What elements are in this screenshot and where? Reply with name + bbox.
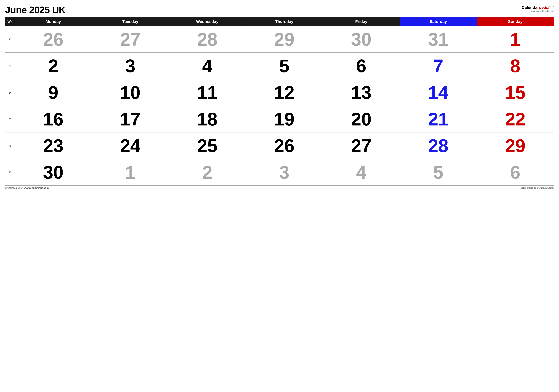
day-cell[interactable]: 11 <box>169 79 246 106</box>
day-cell[interactable]: 2 <box>169 159 246 186</box>
day-cell[interactable]: 14 <box>400 79 477 106</box>
day-number: 21 <box>401 107 476 131</box>
col-header-tuesday: Tuesday <box>92 18 169 26</box>
day-number: 25 <box>170 133 244 158</box>
day-number: 11 <box>170 80 244 105</box>
footer-disclaimer: Data provided 'as is' without warranty <box>521 187 554 189</box>
day-number: 9 <box>16 80 91 105</box>
calendar-row-week-27: 2730123456 <box>5 159 554 186</box>
day-number: 30 <box>16 160 91 185</box>
day-number: 3 <box>93 53 168 78</box>
day-cell[interactable]: 3 <box>92 53 169 79</box>
day-cell[interactable]: 27 <box>92 26 169 53</box>
footer: © Calendarpedia® www.calendarpedia.co.uk… <box>5 187 554 189</box>
day-number: 29 <box>247 27 322 52</box>
col-header-sunday: Sunday <box>477 18 554 26</box>
day-cell[interactable]: 8 <box>477 53 554 79</box>
day-cell[interactable]: 4 <box>169 53 246 79</box>
day-number: 20 <box>324 107 399 131</box>
day-number: 14 <box>401 80 476 105</box>
col-header-friday: Friday <box>323 18 400 26</box>
day-number: 2 <box>16 53 91 78</box>
col-header-monday: Monday <box>15 18 92 26</box>
calendar-row-week-23: 232345678 <box>5 53 554 79</box>
week-number-26: 26 <box>5 132 15 159</box>
day-number: 6 <box>324 53 399 78</box>
day-number: 24 <box>93 133 168 158</box>
day-cell[interactable]: 19 <box>246 106 323 132</box>
day-cell[interactable]: 6 <box>323 53 400 79</box>
day-number: 3 <box>247 160 322 185</box>
day-number: 12 <box>247 80 322 105</box>
day-number: 28 <box>401 133 476 158</box>
day-cell[interactable]: 21 <box>400 106 477 132</box>
logo-text: Calendarpediaco.uk <box>522 5 554 10</box>
day-number: 18 <box>170 107 244 131</box>
day-number: 26 <box>16 27 91 52</box>
day-cell[interactable]: 29 <box>246 26 323 53</box>
day-number: 26 <box>247 133 322 158</box>
day-cell[interactable]: 2 <box>15 53 92 79</box>
day-number: 13 <box>324 80 399 105</box>
day-number: 1 <box>93 160 168 185</box>
day-cell[interactable]: 26 <box>15 26 92 53</box>
day-number: 15 <box>478 80 553 105</box>
footer-copyright: © Calendarpedia® www.calendarpedia.co.uk <box>5 187 49 189</box>
day-number: 2 <box>170 160 244 185</box>
day-cell[interactable]: 5 <box>400 159 477 186</box>
calendar-table: Wk Monday Tuesday Wednesday Thursday Fri… <box>5 17 554 186</box>
day-cell[interactable]: 18 <box>169 106 246 132</box>
page-header: June 2025 UK Calendarpediaco.uk Your sou… <box>5 4 554 15</box>
week-number-27: 27 <box>5 159 15 186</box>
day-cell[interactable]: 20 <box>323 106 400 132</box>
day-cell[interactable]: 28 <box>400 132 477 159</box>
day-cell[interactable]: 31 <box>400 26 477 53</box>
day-number: 27 <box>324 133 399 158</box>
day-number: 29 <box>478 133 553 158</box>
day-cell[interactable]: 3 <box>246 159 323 186</box>
day-number: 23 <box>16 133 91 158</box>
day-number: 1 <box>478 27 553 52</box>
day-number: 17 <box>93 107 168 131</box>
day-cell[interactable]: 4 <box>323 159 400 186</box>
day-cell[interactable]: 6 <box>477 159 554 186</box>
day-number: 7 <box>401 53 476 78</box>
day-cell[interactable]: 15 <box>477 79 554 106</box>
day-cell[interactable]: 13 <box>323 79 400 106</box>
day-cell[interactable]: 9 <box>15 79 92 106</box>
calendar-row-week-24: 249101112131415 <box>5 79 554 106</box>
col-header-wednesday: Wednesday <box>169 18 246 26</box>
calendar-row-week-22: 222627282930311 <box>5 26 554 53</box>
logo-sub: Your source for calendars <box>531 10 554 12</box>
day-cell[interactable]: 16 <box>15 106 92 132</box>
day-cell[interactable]: 1 <box>92 159 169 186</box>
day-cell[interactable]: 24 <box>92 132 169 159</box>
day-number: 28 <box>170 27 244 52</box>
day-number: 6 <box>478 160 553 185</box>
day-cell[interactable]: 28 <box>169 26 246 53</box>
calendar-row-week-26: 2623242526272829 <box>5 132 554 159</box>
day-cell[interactable]: 1 <box>477 26 554 53</box>
week-number-24: 24 <box>5 79 15 106</box>
day-cell[interactable]: 25 <box>169 132 246 159</box>
day-number: 5 <box>401 160 476 185</box>
day-cell[interactable]: 27 <box>323 132 400 159</box>
day-cell[interactable]: 26 <box>246 132 323 159</box>
day-cell[interactable]: 7 <box>400 53 477 79</box>
day-cell[interactable]: 12 <box>246 79 323 106</box>
day-cell[interactable]: 5 <box>246 53 323 79</box>
week-number-23: 23 <box>5 53 15 79</box>
day-number: 4 <box>324 160 399 185</box>
day-number: 4 <box>170 53 244 78</box>
day-cell[interactable]: 17 <box>92 106 169 132</box>
day-cell[interactable]: 30 <box>15 159 92 186</box>
day-cell[interactable]: 29 <box>477 132 554 159</box>
col-header-saturday: Saturday <box>400 18 477 26</box>
day-number: 19 <box>247 107 322 131</box>
day-cell[interactable]: 10 <box>92 79 169 106</box>
week-number-25: 25 <box>5 106 15 132</box>
day-cell[interactable]: 22 <box>477 106 554 132</box>
day-cell[interactable]: 23 <box>15 132 92 159</box>
day-number: 16 <box>16 107 91 131</box>
day-cell[interactable]: 30 <box>323 26 400 53</box>
